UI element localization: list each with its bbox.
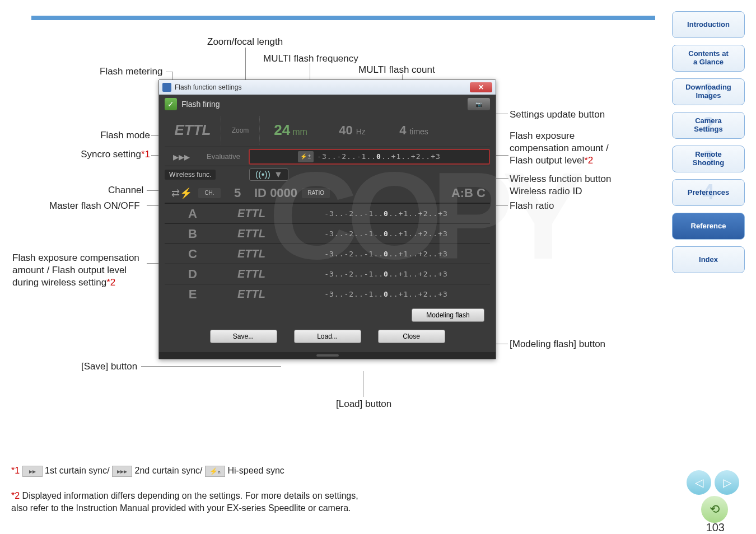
modeling-flash-button[interactable]: Modeling flash [412,308,484,322]
channel-value[interactable]: 5 [221,186,254,200]
callout-multi-freq: MULTI flash frequency [263,53,358,64]
footnote-1: *1 ▸▸ 1st curtain sync/ ▸▸▸ 2nd curtain … [11,465,358,477]
nav-remote-shooting[interactable]: 3Remote Shooting [672,146,745,172]
dialog-title: Flash function settings [175,83,241,91]
callout-flash-ratio: Flash ratio [510,200,554,212]
callout-modeling: [Modeling flash] button [510,339,605,350]
group-letter: C [165,247,221,261]
resize-grip[interactable] [159,352,496,359]
nav-sidebar: Introduction Contents at a Glance 1Downl… [672,11,745,280]
group-compensation[interactable]: -3..-2..-1..0..+1..+2..+3 [282,209,490,218]
nav-index[interactable]: Index [672,246,745,273]
nav-introduction[interactable]: Introduction [672,11,745,38]
zoom-label: Zoom [221,116,260,144]
zoom-value[interactable]: 24mm [260,121,321,139]
group-mode[interactable]: ETTL [221,207,282,220]
page-number: 103 [706,521,725,534]
wireless-function-button[interactable]: ((•))▼ [249,168,288,181]
flash-firing-label: Flash firing [181,100,220,109]
dialog-titlebar: Flash function settings ✕ [159,80,496,95]
ratio-badge: RATIO [302,188,330,198]
prev-page-button[interactable]: ◁ [687,470,711,495]
callout-zoom-focal: Zoom/focal length [207,36,283,48]
footnotes: *1 ▸▸ 1st curtain sync/ ▸▸▸ 2nd curtain … [11,465,358,515]
hi-speed-sync-icon: ⚡ₕ [205,466,225,477]
footnote-2: *2 Displayed information differs dependi… [11,477,358,514]
close-dialog-button[interactable]: Close [378,330,445,343]
callout-flash-exposure: Flash exposure compensation amount / Fla… [510,130,609,167]
page-nav: ◁ ▷ [687,470,739,495]
callout-wireless-func: Wireless function button [510,174,611,185]
callout-channel: Channel [108,185,143,196]
flash-comp-icon: ⚡± [298,151,314,162]
group-mode[interactable]: ETTL [221,227,282,240]
second-curtain-sync-icon: ▸▸▸ [112,466,132,477]
nav-camera-settings[interactable]: 2Camera Settings [672,112,745,139]
return-icon: ⟲ [710,502,720,517]
group-compensation[interactable]: -3..-2..-1..0..+1..+2..+3 [282,250,490,258]
group-compensation[interactable]: -3..-2..-1..0..+1..+2..+3 [282,229,490,238]
callout-save-btn: [Save] button [81,361,137,372]
nav-reference[interactable]: Reference [672,213,745,240]
flash-ratio-value[interactable]: A:B C [451,186,486,200]
group-row-b: B ETTL -3..-2..-1..0..+1..+2..+3 [165,223,490,243]
channel-badge: CH. [198,188,221,198]
header-accent-bar [31,16,655,20]
multi-flash-count[interactable]: 4times [383,123,445,138]
back-button[interactable]: ⟲ [701,496,728,523]
callout-wireless-id: Wireless radio ID [510,186,582,197]
wireless-func-label: Wireless func. [165,170,216,180]
group-letter: E [165,287,221,302]
group-row-c: C ETTL -3..-2..-1..0..+1..+2..+3 [165,243,490,264]
callout-settings-update: Settings update button [510,109,605,120]
group-mode[interactable]: ETTL [221,288,282,301]
multi-flash-frequency[interactable]: 40Hz [321,123,383,138]
group-row-e: E ETTL -3..-2..-1..0..+1..+2..+3 [165,284,490,304]
save-button[interactable]: Save... [210,330,277,343]
close-button[interactable]: ✕ [470,82,492,92]
flash-function-settings-dialog: Flash function settings ✕ ✓ Flash firing… [158,79,496,359]
nav-contents[interactable]: Contents at a Glance [672,45,745,72]
wireless-radio-id[interactable]: ID 0000 [254,186,297,200]
flash-mode-display[interactable]: ETTL [165,121,221,139]
group-letter: B [165,227,221,241]
callout-master: Master flash ON/OFF [49,200,140,212]
load-button[interactable]: Load... [294,330,361,343]
group-letter: A [165,207,221,221]
group-row-a: A ETTL -3..-2..-1..0..+1..+2..+3 [165,203,490,223]
nav-downloading[interactable]: 1Downloading Images [672,78,745,105]
flash-exposure-compensation[interactable]: ⚡± -3..-2..-1..0..+1..+2..+3 [249,149,490,165]
app-icon [162,83,171,92]
callout-syncro: Syncro setting*1 [66,149,150,160]
group-mode[interactable]: ETTL [221,268,282,280]
camera-icon: 📷 [475,101,482,107]
master-flash-toggle[interactable]: ⇄⚡ [165,187,198,199]
callout-flash-metering: Flash metering [100,66,162,77]
antenna-down-icon: ▼ [274,170,283,180]
comp-scale-text: -3..-2..-1..0..+1..+2..+3 [317,152,441,161]
group-row-d: D ETTL -3..-2..-1..0..+1..+2..+3 [165,264,490,284]
flash-metering-display[interactable]: Evaluative [198,152,249,161]
flash-firing-checkbox[interactable]: ✓ [165,98,177,110]
group-mode[interactable]: ETTL [221,247,282,260]
syncro-setting-icon[interactable]: ▸▸▸ [165,150,198,163]
callout-load-btn: [Load] button [336,399,391,410]
next-page-button[interactable]: ▷ [715,470,739,495]
first-curtain-sync-icon: ▸▸ [22,466,43,477]
group-compensation[interactable]: -3..-2..-1..0..+1..+2..+3 [282,290,490,298]
group-compensation[interactable]: -3..-2..-1..0..+1..+2..+3 [282,270,490,278]
callout-flash-mode: Flash mode [83,130,150,141]
antenna-icon: ((•)) [255,170,270,180]
nav-preferences[interactable]: 4Preferences [672,179,745,206]
settings-update-button[interactable]: 📷 [468,98,490,110]
callout-multi-count: MULTI flash count [358,64,435,76]
callout-fec-wireless: Flash exposure compensation amount / Fla… [12,252,139,289]
group-letter: D [165,267,221,282]
